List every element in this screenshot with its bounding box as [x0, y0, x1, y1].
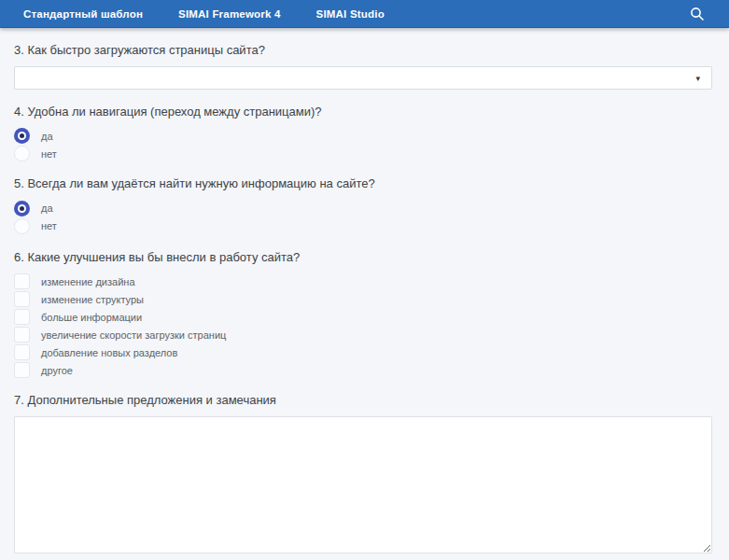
option-label: больше информации: [41, 312, 142, 323]
question-4-options: да нет: [14, 128, 712, 161]
radio-option-yes[interactable]: да: [14, 128, 712, 144]
checkbox-option-new-sections[interactable]: добавление новых разделов: [14, 344, 712, 360]
checkbox-option-structure[interactable]: изменение структуры: [14, 291, 712, 307]
checkbox-icon[interactable]: [14, 362, 30, 378]
question-5-label: 5. Всегда ли вам удаётся найти нужную ин…: [14, 176, 712, 191]
radio-selected-icon[interactable]: [14, 201, 30, 217]
radio-unselected-icon[interactable]: [14, 146, 30, 161]
question-3-label: 3. Как быстро загружаются страницы сайта…: [14, 43, 712, 58]
checkbox-option-more-info[interactable]: больше информации: [14, 309, 712, 325]
radio-option-no[interactable]: нет: [14, 146, 712, 161]
option-label: увеличение скорости загрузки страниц: [41, 329, 226, 341]
checkbox-option-load-speed[interactable]: увеличение скорости загрузки страниц: [14, 327, 712, 343]
radio-option-yes[interactable]: да: [14, 201, 712, 217]
checkbox-icon[interactable]: [14, 273, 30, 289]
question-5-options: да нет: [14, 201, 712, 234]
option-label: изменение дизайна: [41, 276, 135, 287]
question-7-label: 7. Дополнительные предложения и замечани…: [14, 393, 712, 408]
select-dropdown-arrow-icon: ▾: [695, 72, 700, 85]
survey-form: 3. Как быстро загружаются страницы сайта…: [0, 43, 729, 560]
page-speed-select[interactable]: ▾: [14, 66, 712, 90]
option-label: да: [41, 203, 53, 214]
radio-option-no[interactable]: нет: [14, 218, 712, 234]
search-icon[interactable]: [690, 7, 705, 21]
option-label: добавление новых разделов: [41, 347, 177, 358]
comments-textarea[interactable]: [14, 416, 712, 553]
tab-simai-studio[interactable]: SIMAI Studio: [316, 8, 385, 20]
radio-unselected-icon[interactable]: [14, 218, 30, 234]
checkbox-icon[interactable]: [14, 309, 30, 325]
checkbox-icon[interactable]: [14, 344, 30, 360]
question-6-label: 6. Какие улучшения вы бы внесли в работу…: [14, 250, 712, 265]
question-6-options: изменение дизайна изменение структуры бо…: [14, 273, 712, 378]
tab-simai-framework-4[interactable]: SIMAI Framework 4: [178, 8, 281, 20]
tab-standard-template[interactable]: Стандартный шаблон: [23, 8, 143, 20]
checkbox-option-design[interactable]: изменение дизайна: [14, 273, 712, 289]
checkbox-icon[interactable]: [14, 291, 30, 307]
option-label: нет: [41, 220, 57, 231]
checkbox-icon[interactable]: [14, 327, 30, 343]
checkbox-option-other[interactable]: другое: [14, 362, 712, 378]
radio-selected-icon[interactable]: [14, 128, 30, 144]
option-label: нет: [41, 148, 57, 160]
question-4-label: 4. Удобна ли навигация (переход между ст…: [14, 105, 712, 119]
top-navigation-bar: Стандартный шаблон SIMAI Framework 4 SIM…: [0, 0, 729, 28]
option-label: другое: [41, 365, 73, 376]
option-label: изменение структуры: [41, 294, 144, 305]
option-label: да: [41, 131, 53, 142]
